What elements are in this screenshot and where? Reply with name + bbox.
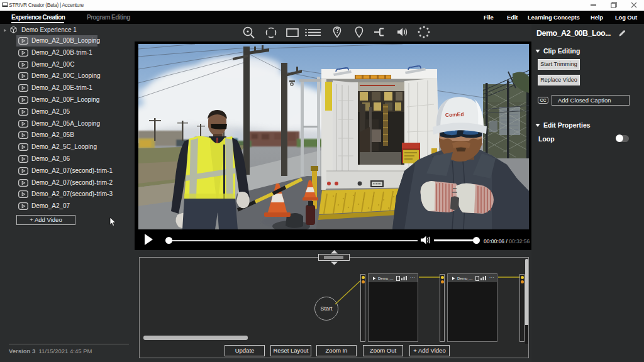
svg-text:ComEd: ComEd (445, 111, 464, 118)
